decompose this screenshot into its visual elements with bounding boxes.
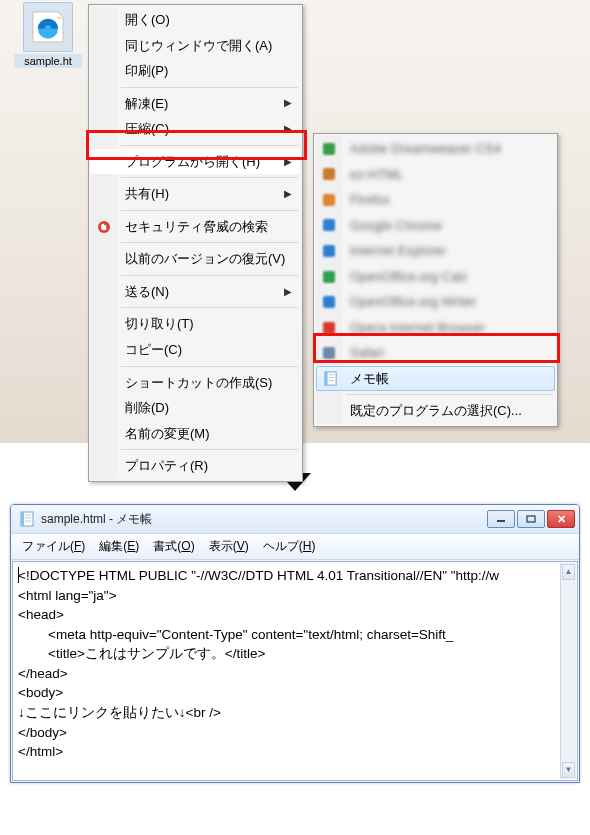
- editor-line: <title>これはサンプルです。</title>: [18, 644, 561, 664]
- submenu-arrow-icon: ▶: [284, 187, 292, 201]
- context-menu-item[interactable]: 開く(O): [91, 7, 300, 33]
- menubar: ファイル(F) 編集(E) 書式(O) 表示(V) ヘルプ(H): [11, 533, 579, 560]
- menu-item-label: プログラムから開く(H): [125, 154, 260, 169]
- app-icon: [321, 345, 337, 361]
- menu-item-label: 解凍(E): [125, 96, 168, 111]
- open-with-item[interactable]: OpenOffice.org Writer: [316, 289, 555, 315]
- menu-edit[interactable]: 編集(E): [92, 536, 146, 557]
- open-with-item-label: Internet Explorer: [350, 243, 446, 258]
- menu-item-label: 開く(O): [125, 12, 170, 27]
- context-menu-item[interactable]: 共有(H)▶: [91, 181, 300, 207]
- scroll-up-button[interactable]: ▲: [562, 564, 575, 580]
- separator: [121, 449, 298, 450]
- menu-item-label: コピー(C): [125, 342, 182, 357]
- separator: [121, 145, 298, 146]
- separator: [121, 210, 298, 211]
- editor-line: </body>: [18, 723, 561, 743]
- desktop-file-icon[interactable]: sample.ht: [14, 2, 82, 68]
- separator: [346, 394, 553, 395]
- context-menu-item[interactable]: 圧縮(C)▶: [91, 116, 300, 142]
- separator: [121, 366, 298, 367]
- submenu-arrow-icon: ▶: [284, 122, 292, 136]
- app-icon: [321, 141, 337, 157]
- trend-micro-icon: [96, 219, 112, 235]
- submenu-arrow-icon: ▶: [284, 96, 292, 110]
- notepad-icon: [19, 511, 35, 527]
- open-with-item[interactable]: ez-HTML: [316, 162, 555, 188]
- menu-item-label: 切り取り(T): [125, 316, 194, 331]
- context-menu: 開く(O)同じウィンドウで開く(A)印刷(P)解凍(E)▶圧縮(C)▶プログラム…: [88, 4, 303, 482]
- app-icon: [321, 320, 337, 336]
- separator: [121, 177, 298, 178]
- context-menu-item[interactable]: セキュリティ脅威の検索: [91, 214, 300, 240]
- app-icon: [321, 294, 337, 310]
- open-with-item-label: Adobe Dreamweaver CS4: [350, 141, 501, 156]
- editor-line: <html lang="ja">: [18, 586, 561, 606]
- context-menu-item[interactable]: コピー(C): [91, 337, 300, 363]
- notepad-icon: [322, 371, 338, 387]
- minimize-button[interactable]: [487, 510, 515, 528]
- close-button[interactable]: ✕: [547, 510, 575, 528]
- context-menu-item[interactable]: 解凍(E)▶: [91, 91, 300, 117]
- menu-item-label: 圧縮(C): [125, 121, 169, 136]
- context-menu-item[interactable]: プロパティ(R): [91, 453, 300, 479]
- text-caret: [18, 567, 19, 583]
- editor-line: </head>: [18, 664, 561, 684]
- open-with-item[interactable]: Google Chrome: [316, 213, 555, 239]
- titlebar[interactable]: sample.html - メモ帳 ✕: [11, 505, 579, 533]
- context-menu-item[interactable]: 以前のバージョンの復元(V): [91, 246, 300, 272]
- separator: [121, 242, 298, 243]
- scrollbar[interactable]: ▲ ▼: [560, 563, 576, 779]
- separator: [121, 275, 298, 276]
- menu-item-label: 以前のバージョンの復元(V): [125, 251, 285, 266]
- open-with-item-label: メモ帳: [350, 371, 389, 386]
- maximize-button[interactable]: [517, 510, 545, 528]
- app-icon: [321, 243, 337, 259]
- window-title: sample.html - メモ帳: [41, 511, 485, 528]
- context-menu-item[interactable]: 同じウィンドウで開く(A): [91, 33, 300, 59]
- open-with-item-label: Safari: [350, 345, 384, 360]
- menu-help[interactable]: ヘルプ(H): [256, 536, 323, 557]
- editor-line: <head>: [18, 605, 561, 625]
- context-menu-item[interactable]: ショートカットの作成(S): [91, 370, 300, 396]
- context-menu-item[interactable]: プログラムから開く(H)▶: [91, 149, 300, 175]
- submenu-arrow-icon: ▶: [284, 284, 292, 298]
- ie-file-icon: [23, 2, 73, 52]
- scroll-down-button[interactable]: ▼: [562, 762, 575, 778]
- menu-format[interactable]: 書式(O): [146, 536, 201, 557]
- context-menu-item[interactable]: 削除(D): [91, 395, 300, 421]
- open-with-item[interactable]: Adobe Dreamweaver CS4: [316, 136, 555, 162]
- context-menu-item[interactable]: 印刷(P): [91, 58, 300, 84]
- app-icon: [321, 192, 337, 208]
- separator: [121, 87, 298, 88]
- menu-item-label: 既定のプログラムの選択(C)...: [350, 403, 522, 418]
- menu-item-label: 同じウィンドウで開く(A): [125, 38, 272, 53]
- context-menu-item[interactable]: 切り取り(T): [91, 311, 300, 337]
- open-with-item[interactable]: Firefox: [316, 187, 555, 213]
- svg-rect-4: [324, 372, 327, 385]
- svg-rect-14: [527, 516, 535, 522]
- menu-item-label: 送る(N): [125, 284, 169, 299]
- open-with-item[interactable]: Opera Internet Browser: [316, 315, 555, 341]
- choose-default-program[interactable]: 既定のプログラムの選択(C)...: [316, 398, 555, 424]
- context-menu-item[interactable]: 送る(N)▶: [91, 279, 300, 305]
- open-with-item-label: Firefox: [350, 192, 390, 207]
- app-icon: [321, 217, 337, 233]
- menu-item-label: プロパティ(R): [125, 458, 208, 473]
- editor-line: </html>: [18, 742, 561, 762]
- separator: [121, 307, 298, 308]
- open-with-item[interactable]: Safari: [316, 340, 555, 366]
- editor-line: ↓ここにリンクを貼りたい↓<br />: [18, 703, 561, 723]
- menu-item-label: 名前の変更(M): [125, 426, 210, 441]
- menu-file[interactable]: ファイル(F): [15, 536, 92, 557]
- editor-line: <meta http-equiv="Content-Type" content=…: [18, 625, 561, 645]
- open-with-item[interactable]: Internet Explorer: [316, 238, 555, 264]
- editor-line: <body>: [18, 683, 561, 703]
- open-with-item[interactable]: OpenOffice.org Calc: [316, 264, 555, 290]
- menu-view[interactable]: 表示(V): [202, 536, 256, 557]
- menu-item-label: 削除(D): [125, 400, 169, 415]
- context-menu-item[interactable]: 名前の変更(M): [91, 421, 300, 447]
- open-with-item-notepad[interactable]: メモ帳: [316, 366, 555, 392]
- editor-textarea[interactable]: <!DOCTYPE HTML PUBLIC "-//W3C//DTD HTML …: [12, 561, 578, 781]
- submenu-arrow-icon: ▶: [284, 154, 292, 168]
